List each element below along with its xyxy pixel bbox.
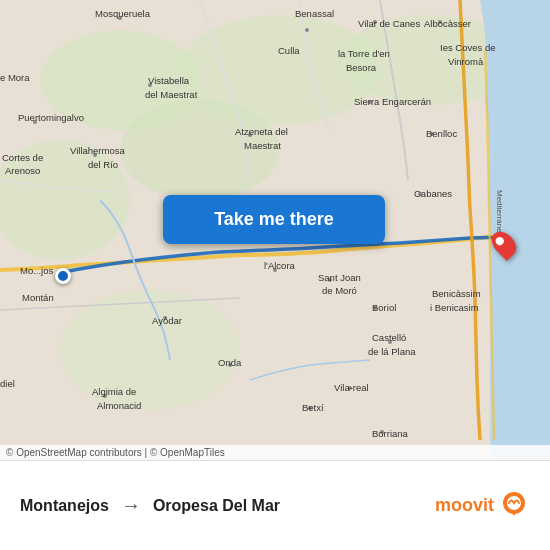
svg-point-5 — [120, 100, 280, 200]
svg-point-27 — [163, 316, 167, 320]
svg-point-23 — [348, 386, 352, 390]
svg-point-22 — [388, 340, 392, 344]
svg-point-24 — [228, 363, 232, 367]
svg-point-11 — [438, 20, 442, 24]
svg-point-19 — [273, 268, 277, 272]
svg-point-20 — [328, 278, 332, 282]
svg-point-13 — [368, 100, 372, 104]
svg-point-25 — [308, 406, 312, 410]
end-marker — [494, 230, 514, 258]
svg-point-9 — [305, 28, 309, 32]
svg-point-17 — [430, 132, 434, 136]
svg-point-16 — [248, 133, 252, 137]
svg-point-21 — [373, 306, 377, 310]
svg-point-8 — [118, 16, 122, 20]
map-container: Mosqueruela Benassal Vilar de Canes Albo… — [0, 0, 550, 460]
destination-label: Oropesa Del Mar — [153, 497, 280, 515]
svg-point-14 — [33, 120, 37, 124]
arrow-icon: → — [121, 494, 141, 517]
svg-point-28 — [103, 394, 107, 398]
map-attribution: © OpenStreetMap contributors | © OpenMap… — [0, 445, 550, 460]
svg-point-12 — [148, 83, 152, 87]
svg-point-10 — [373, 20, 377, 24]
moovit-logo: moovit — [435, 490, 530, 522]
bottom-bar: Montanejos → Oropesa Del Mar moovit — [0, 460, 550, 550]
origin-label: Montanejos — [20, 497, 109, 515]
svg-point-6 — [60, 290, 240, 410]
moovit-text: moovit — [435, 495, 494, 516]
svg-point-18 — [418, 192, 422, 196]
take-me-there-button[interactable]: Take me there — [163, 195, 385, 244]
svg-point-26 — [380, 430, 384, 434]
moovit-icon — [498, 490, 530, 522]
svg-point-15 — [93, 153, 97, 157]
route-info: Montanejos → Oropesa Del Mar — [20, 494, 435, 517]
start-marker — [55, 268, 71, 284]
